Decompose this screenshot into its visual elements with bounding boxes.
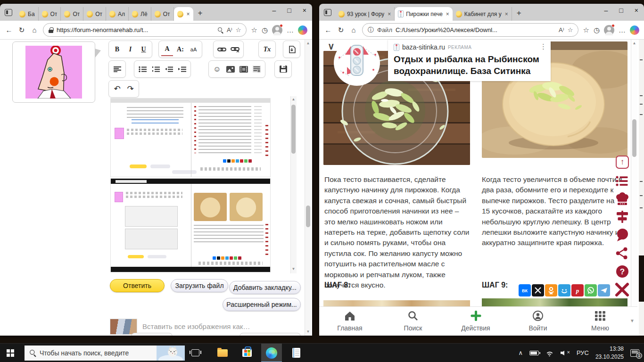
page-scrollbar[interactable] bbox=[305, 40, 311, 336]
home-icon[interactable]: ⌂ bbox=[30, 26, 39, 34]
align-left-icon[interactable] bbox=[111, 62, 123, 76]
editor-scrollbar-thumb[interactable] bbox=[291, 105, 296, 154]
more-icon[interactable]: … bbox=[287, 26, 294, 34]
ad-menu-icon[interactable]: ⋮ bbox=[540, 42, 547, 51]
page-scrollbar-thumb[interactable] bbox=[306, 206, 310, 227]
page-scrollbar-thumb[interactable] bbox=[632, 119, 636, 157]
tray-expand-icon[interactable]: ∧ bbox=[518, 349, 523, 356]
embedded-screenshot-2[interactable] bbox=[110, 178, 271, 272]
guide-icon[interactable] bbox=[616, 210, 629, 225]
scroll-down-icon[interactable]: ▼ bbox=[305, 329, 311, 334]
outdent-icon[interactable] bbox=[163, 62, 175, 76]
minimize-button[interactable]: – bbox=[604, 7, 608, 14]
whatsapp-share-icon[interactable] bbox=[585, 284, 597, 296]
history-icon[interactable]: ◷ bbox=[594, 26, 600, 34]
browser-tab[interactable]: Ба bbox=[16, 7, 39, 21]
file-explorer-button[interactable] bbox=[212, 344, 233, 362]
text-color-icon[interactable]: A bbox=[161, 42, 173, 56]
advanced-mode-button[interactable]: Расширенный режим... bbox=[223, 298, 301, 311]
nav-search[interactable]: Поиск bbox=[392, 311, 434, 332]
template-icon[interactable] bbox=[251, 62, 263, 76]
profile-avatar[interactable] bbox=[272, 25, 282, 35]
zoom-icon[interactable] bbox=[218, 27, 223, 33]
collapse-ad-icon[interactable]: ∨ bbox=[328, 41, 335, 52]
smiley-icon[interactable]: ☺ bbox=[211, 62, 223, 76]
store-button[interactable] bbox=[237, 344, 257, 362]
image-icon[interactable] bbox=[224, 62, 236, 76]
info-icon[interactable]: ⓘ bbox=[368, 26, 374, 34]
redo-icon[interactable]: ↷ bbox=[124, 82, 136, 96]
clock[interactable]: 13:3823.10.2025 bbox=[595, 345, 624, 360]
profile-avatar[interactable] bbox=[604, 25, 614, 35]
new-tab-button[interactable]: + bbox=[517, 8, 521, 18]
bold-icon[interactable]: B bbox=[111, 42, 123, 56]
italic-icon[interactable]: I bbox=[124, 42, 136, 56]
tab-actions-icon[interactable] bbox=[5, 9, 12, 16]
insert-all-label[interactable]: Вставить все изображения как… bbox=[142, 322, 250, 330]
scroll-up-icon[interactable]: ▲ bbox=[631, 41, 637, 45]
favorites-icon[interactable]: ☆ bbox=[251, 26, 257, 34]
page-scrollbar[interactable] bbox=[631, 40, 637, 336]
tab-actions-icon[interactable] bbox=[324, 9, 331, 16]
tab-close-icon[interactable]: × bbox=[187, 11, 190, 17]
history-icon[interactable]: ◷ bbox=[262, 26, 268, 34]
ad-title[interactable]: Отдых и рыбалка на Рыбинском водохранили… bbox=[394, 53, 545, 77]
add-bookmark-button[interactable]: Добавить закладку... bbox=[229, 281, 301, 294]
volume-muted-icon[interactable]: × bbox=[561, 350, 570, 356]
ingredients-list-icon[interactable] bbox=[616, 175, 628, 189]
scroll-down-icon[interactable]: ▼ bbox=[290, 267, 297, 271]
font-size-icon[interactable]: A: bbox=[174, 42, 186, 56]
nav-actions[interactable]: Действия bbox=[454, 311, 497, 332]
back-icon[interactable]: ← bbox=[324, 26, 332, 34]
favorites-icon[interactable]: ☆ bbox=[583, 26, 589, 34]
nav-menu[interactable]: Меню bbox=[579, 311, 621, 332]
maximize-button[interactable]: □ bbox=[287, 7, 291, 14]
indent-icon[interactable] bbox=[176, 62, 188, 76]
edge-button[interactable] bbox=[261, 344, 282, 362]
embedded-screenshot-1[interactable] bbox=[110, 98, 271, 177]
home-icon[interactable]: ⌂ bbox=[349, 26, 358, 34]
unlink-icon[interactable] bbox=[229, 42, 241, 56]
new-tab-button[interactable]: + bbox=[198, 8, 203, 18]
copilot-icon[interactable] bbox=[630, 25, 639, 35]
undo-icon[interactable]: ↶ bbox=[111, 82, 123, 96]
moymir-share-icon[interactable] bbox=[558, 284, 570, 296]
read-aloud-icon[interactable]: A⁾ bbox=[559, 26, 564, 33]
bullet-list-icon[interactable] bbox=[137, 62, 149, 76]
comments-icon[interactable] bbox=[616, 228, 629, 244]
nav-login[interactable]: Войти bbox=[517, 311, 559, 332]
attachment-thumbnail[interactable] bbox=[110, 319, 137, 335]
browser-tab[interactable]: 93 урок | Фору× bbox=[335, 7, 395, 21]
browser-tab[interactable]: От bbox=[61, 7, 83, 21]
close-button[interactable]: × bbox=[635, 7, 638, 14]
language-indicator[interactable]: РУС bbox=[577, 349, 589, 356]
wifi-icon[interactable] bbox=[545, 350, 554, 356]
expand-editor-icon[interactable] bbox=[286, 42, 297, 56]
read-aloud-icon[interactable]: A⁾ bbox=[227, 26, 232, 33]
ad-logo[interactable] bbox=[334, 40, 380, 86]
share-icon[interactable] bbox=[616, 247, 628, 262]
pinterest-share-icon[interactable]: p bbox=[571, 284, 584, 296]
scroll-up-icon[interactable]: ▲ bbox=[305, 41, 311, 45]
active-tab[interactable]: Пирожки пече× bbox=[395, 7, 453, 21]
ad-card[interactable]: baza-sitinka.ru РЕКЛАМА Отдых и рыбалка … bbox=[388, 40, 551, 81]
underline-icon[interactable]: U bbox=[138, 42, 149, 56]
tab-close-icon[interactable]: × bbox=[388, 11, 391, 17]
tab-close-icon[interactable]: × bbox=[505, 11, 508, 17]
more-icon[interactable]: … bbox=[619, 26, 626, 34]
text-case-icon[interactable]: aA bbox=[188, 42, 199, 56]
address-bar[interactable]: ⓘ Файл C:/Users/Уроки%20Алексея/Downl...… bbox=[362, 23, 578, 37]
taskbar-search[interactable]: Чтобы начать поиск, введите bbox=[25, 346, 185, 361]
telegram-share-icon[interactable] bbox=[598, 284, 610, 296]
start-button[interactable] bbox=[0, 344, 21, 362]
browser-tab[interactable]: От bbox=[39, 7, 61, 21]
reply-button[interactable]: Ответить bbox=[110, 279, 165, 292]
numbered-list-icon[interactable] bbox=[150, 62, 162, 76]
close-button[interactable]: × bbox=[303, 7, 306, 14]
browser-tab[interactable]: Лё bbox=[129, 7, 151, 21]
scroll-up-icon[interactable]: ▲ bbox=[290, 97, 297, 101]
x-share-icon[interactable] bbox=[532, 284, 544, 296]
notification-center-icon[interactable]: 1 bbox=[630, 349, 639, 357]
browser-tab[interactable]: От bbox=[83, 7, 106, 21]
active-tab[interactable]: × bbox=[174, 7, 193, 21]
